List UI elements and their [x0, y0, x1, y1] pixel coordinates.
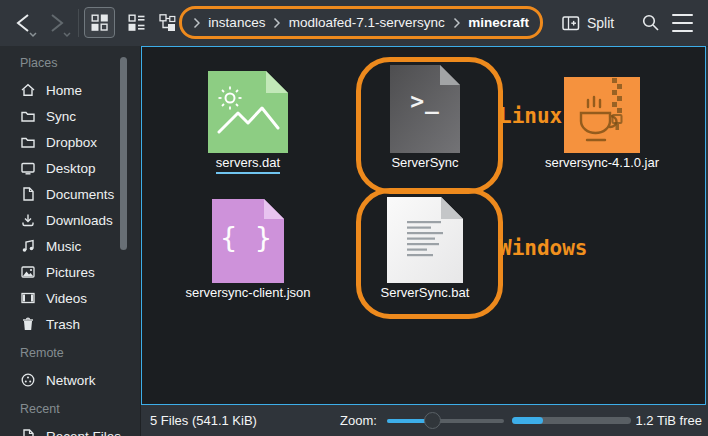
- chevron-left-icon: [8, 8, 40, 38]
- file-label: ServerSync.bat: [355, 285, 495, 301]
- hamburger-menu-button[interactable]: [669, 14, 695, 32]
- free-space-bar: [512, 417, 631, 424]
- hamburger-icon: [672, 22, 693, 24]
- linux-annotation-text: Linux: [499, 104, 562, 128]
- zoom-slider-handle[interactable]: [424, 412, 441, 429]
- details-tree-view-icon: [159, 14, 176, 31]
- forward-button[interactable]: [42, 8, 74, 38]
- sidebar-item-videos[interactable]: Videos: [0, 285, 140, 311]
- file-label: serversync-client.json: [178, 285, 318, 301]
- zoom-label: Zoom:: [340, 413, 377, 428]
- sidebar-item-label: Music: [46, 239, 81, 254]
- sidebar-item-home[interactable]: Home: [0, 77, 140, 103]
- document-icon: [20, 186, 36, 202]
- dolphin-window: instances modloafed-7.1-serversync minec…: [0, 0, 708, 436]
- file-label: serversync-4.1.0.jar: [531, 155, 673, 171]
- braces-glyph: { }: [178, 222, 318, 255]
- music-icon: [20, 238, 36, 254]
- desktop-icon: [20, 160, 36, 176]
- file-servers-dat[interactable]: servers.dat: [178, 61, 318, 174]
- hamburger-icon: [672, 14, 693, 16]
- sidebar-item-network[interactable]: Network: [0, 367, 140, 393]
- compact-view-icon: [128, 14, 145, 31]
- file-serversync-bat[interactable]: ServerSync.bat: [355, 191, 495, 301]
- chevron-icon: [453, 17, 460, 29]
- sidebar-item-label: Network: [46, 373, 96, 388]
- back-button[interactable]: [8, 8, 40, 38]
- section-header-recent: Recent: [20, 399, 140, 419]
- sidebar-item-downloads[interactable]: Downloads: [0, 207, 140, 233]
- folder-view[interactable]: servers.dat >_ ServerSync: [141, 46, 706, 405]
- status-bar: 5 Files (541.1 KiB) Zoom: 1.2 TiB free: [141, 405, 708, 436]
- sidebar-item-recent-files[interactable]: Recent Files: [0, 423, 140, 436]
- sidebar-item-documents[interactable]: Documents: [0, 181, 140, 207]
- image-file-icon: [208, 71, 288, 153]
- sidebar-item-label: Pictures: [46, 265, 95, 280]
- icons-view-icon: [91, 14, 108, 31]
- file-label: servers.dat: [178, 155, 318, 174]
- chevron-right-icon: [42, 8, 74, 38]
- sidebar-item-label: Trash: [46, 317, 80, 332]
- sidebar-item-label: Videos: [46, 291, 87, 306]
- hamburger-icon: [672, 30, 693, 32]
- videos-icon: [20, 290, 36, 306]
- sidebar-item-music[interactable]: Music: [0, 233, 140, 259]
- icons-view-button[interactable]: [84, 7, 115, 38]
- split-button[interactable]: Split: [562, 8, 614, 38]
- breadcrumb-item-minecraft[interactable]: minecraft: [468, 15, 529, 30]
- chevron-icon: [193, 17, 200, 29]
- zoom-slider-fill: [387, 419, 427, 423]
- split-view-icon: [562, 14, 580, 32]
- free-space-label: 1.2 TiB free: [636, 413, 702, 428]
- file-serversync-client-json[interactable]: { } serversync-client.json: [178, 191, 318, 301]
- free-space-bar-fill: [512, 417, 543, 424]
- sidebar-item-label: Downloads: [46, 213, 113, 228]
- sidebar-item-pictures[interactable]: Pictures: [0, 259, 140, 285]
- recent-files-icon: [20, 428, 36, 436]
- zoom-slider[interactable]: [387, 419, 504, 423]
- sidebar-item-label: Home: [46, 83, 82, 98]
- trash-icon: [20, 316, 36, 332]
- terminal-prompt-glyph: >_: [355, 88, 495, 114]
- toolbar-separator: [78, 9, 79, 37]
- network-icon: [20, 372, 36, 388]
- download-icon: [20, 212, 36, 228]
- compact-view-button[interactable]: [121, 7, 152, 38]
- split-button-label: Split: [587, 15, 614, 31]
- sidebar-item-label: Documents: [46, 187, 114, 202]
- file-label: ServerSync: [355, 155, 495, 171]
- breadcrumb-item-instances[interactable]: instances: [208, 15, 265, 30]
- places-panel: Places Home Sync Dropbox Deskt: [0, 46, 141, 436]
- sidebar-item-sync[interactable]: Sync: [0, 103, 140, 129]
- sidebar-item-trash[interactable]: Trash: [0, 311, 140, 337]
- sidebar-scrollbar[interactable]: [120, 57, 127, 250]
- java-archive-icon: [564, 77, 640, 153]
- sidebar-item-label: Sync: [46, 109, 76, 124]
- chevron-icon: [273, 17, 280, 29]
- files-summary: 5 Files (541.1 KiB): [150, 413, 257, 428]
- breadcrumb: instances modloafed-7.1-serversync minec…: [179, 6, 543, 39]
- search-icon: [641, 13, 661, 33]
- home-icon: [20, 82, 36, 98]
- sidebar-item-label: Recent Files: [46, 429, 121, 436]
- folder-icon: [20, 108, 36, 124]
- toolbar: instances modloafed-7.1-serversync minec…: [0, 0, 708, 47]
- search-button[interactable]: [638, 10, 664, 36]
- sidebar-item-label: Dropbox: [46, 135, 97, 150]
- sidebar-item-dropbox[interactable]: Dropbox: [0, 129, 140, 155]
- section-header-remote: Remote: [20, 343, 140, 363]
- sidebar-item-label: Desktop: [46, 161, 96, 176]
- breadcrumb-item-modpack[interactable]: modloafed-7.1-serversync: [289, 15, 445, 30]
- file-serversync[interactable]: >_ ServerSync: [355, 61, 495, 171]
- sidebar-item-desktop[interactable]: Desktop: [0, 155, 140, 181]
- folder-icon: [20, 134, 36, 150]
- windows-annotation-text: Windows: [499, 236, 588, 260]
- batch-script-file-icon: [387, 197, 463, 283]
- pictures-icon: [20, 264, 36, 280]
